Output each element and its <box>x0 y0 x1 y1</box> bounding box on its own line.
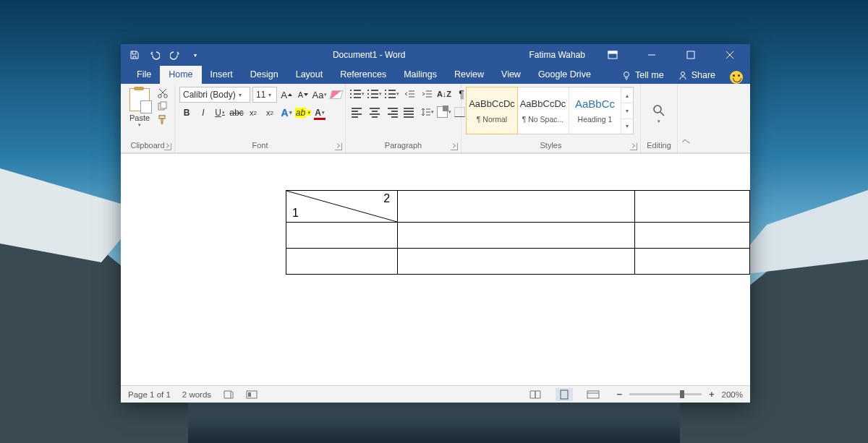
font-launcher-icon[interactable] <box>335 143 342 150</box>
table-cell[interactable] <box>286 223 398 249</box>
sort-button[interactable]: A↓Z <box>437 87 451 101</box>
svg-point-9 <box>681 72 684 75</box>
underline-button[interactable]: U▾ <box>213 106 227 120</box>
svg-rect-1 <box>608 51 617 53</box>
svg-point-11 <box>164 95 168 98</box>
find-icon[interactable] <box>652 104 665 117</box>
share-button[interactable]: Share <box>671 66 723 84</box>
paste-button[interactable]: Paste ▾ <box>125 87 154 128</box>
table-cell[interactable] <box>286 249 398 275</box>
svg-point-10 <box>158 95 162 98</box>
table-cell[interactable] <box>398 191 635 223</box>
styles-gallery-more[interactable]: ▴▾▾ <box>621 87 633 134</box>
change-case-button[interactable]: Aa▾ <box>312 87 327 102</box>
align-center-button[interactable] <box>367 105 382 119</box>
account-name[interactable]: Fatima Wahab <box>529 50 588 60</box>
feedback-smiley-icon[interactable] <box>730 71 743 84</box>
align-left-button[interactable] <box>350 105 365 119</box>
multilevel-list-button[interactable]: ▾ <box>385 87 399 101</box>
cut-icon[interactable] <box>157 88 170 98</box>
svg-point-16 <box>654 106 661 113</box>
style-no-spacing[interactable]: AaBbCcDc ¶ No Spac... <box>517 87 569 134</box>
redo-icon[interactable] <box>170 50 180 60</box>
strikethrough-button[interactable]: abc <box>229 106 244 120</box>
numbering-button[interactable]: ▾ <box>367 87 382 101</box>
highlight-button[interactable]: ab▾ <box>296 106 310 120</box>
copy-icon[interactable] <box>157 101 170 111</box>
line-spacing-button[interactable]: ▾ <box>420 105 434 119</box>
svg-rect-22 <box>587 391 599 398</box>
maximize-button[interactable] <box>676 44 705 66</box>
close-button[interactable] <box>715 44 744 66</box>
bullets-button[interactable]: ▾ <box>350 87 365 101</box>
svg-point-6 <box>624 72 629 77</box>
tab-references[interactable]: References <box>331 66 395 84</box>
document-table[interactable]: 2 1 <box>286 190 750 275</box>
tab-review[interactable]: Review <box>446 66 493 84</box>
grow-font-icon[interactable]: A <box>279 87 294 102</box>
tab-design[interactable]: Design <box>242 66 287 84</box>
style-heading-1[interactable]: AaBbCc Heading 1 <box>569 87 621 134</box>
status-words[interactable]: 2 words <box>182 390 211 399</box>
tell-me-search[interactable]: Tell me <box>615 66 671 84</box>
justify-button[interactable] <box>402 105 417 119</box>
tab-view[interactable]: View <box>493 66 529 84</box>
tab-home[interactable]: Home <box>160 66 201 84</box>
table-cell[interactable] <box>634 223 749 249</box>
align-right-button[interactable] <box>385 105 399 119</box>
shading-button[interactable]: ▾ <box>437 105 451 119</box>
shrink-font-icon[interactable]: A <box>296 87 310 102</box>
italic-button[interactable]: I <box>196 106 210 120</box>
font-color-button[interactable]: A▾ <box>312 106 327 120</box>
undo-icon[interactable] <box>150 50 160 60</box>
clipboard-launcher-icon[interactable] <box>164 143 171 150</box>
table-cell[interactable] <box>398 249 635 275</box>
zoom-in-button[interactable]: + <box>706 389 718 400</box>
clear-formatting-icon[interactable] <box>329 87 344 102</box>
zoom-slider[interactable] <box>629 393 702 395</box>
table-cell-diagonal[interactable]: 2 1 <box>286 191 398 223</box>
bold-button[interactable]: B <box>179 106 194 120</box>
tab-insert[interactable]: Insert <box>202 66 242 84</box>
zoom-level[interactable]: 200% <box>722 390 743 399</box>
ribbon-display-options-icon[interactable] <box>598 44 627 66</box>
zoom-out-button[interactable]: − <box>613 389 625 400</box>
web-layout-icon[interactable] <box>584 388 602 401</box>
macro-icon[interactable] <box>246 390 258 400</box>
zoom-control: − + 200% <box>613 389 743 400</box>
table-cell[interactable] <box>634 249 749 275</box>
decrease-indent-button[interactable] <box>402 87 417 101</box>
table-cell[interactable] <box>398 223 635 249</box>
read-mode-icon[interactable] <box>527 388 544 401</box>
print-layout-icon[interactable] <box>556 388 573 401</box>
font-name-combo[interactable]: Calibri (Body)▾ <box>179 87 250 103</box>
superscript-button[interactable]: x2 <box>263 106 277 120</box>
tab-mailings[interactable]: Mailings <box>395 66 446 84</box>
word-window: ▾ Document1 - Word Fatima Wahab File Hom… <box>121 44 750 403</box>
format-painter-icon[interactable] <box>157 114 169 126</box>
table-cell[interactable] <box>634 191 749 223</box>
svg-rect-3 <box>687 51 694 59</box>
tab-layout[interactable]: Layout <box>287 66 332 84</box>
group-label-paragraph: Paragraph <box>350 141 456 151</box>
save-icon[interactable] <box>129 50 140 60</box>
spellcheck-icon[interactable] <box>223 390 234 400</box>
increase-indent-button[interactable] <box>420 87 434 101</box>
paragraph-launcher-icon[interactable] <box>451 143 458 150</box>
collapse-ribbon-icon[interactable]: ヘ <box>678 84 694 152</box>
ribbon: Paste ▾ Clipboard Calibri (Body)▾ 11▾ A … <box>121 84 750 153</box>
style-normal[interactable]: AaBbCcDc ¶ Normal <box>466 87 518 134</box>
qat-customize-icon[interactable]: ▾ <box>190 50 200 60</box>
window-title: Document1 - Word <box>209 50 529 60</box>
minimize-button[interactable] <box>637 44 666 66</box>
status-page[interactable]: Page 1 of 1 <box>128 390 171 399</box>
document-title: Document1 <box>333 50 377 60</box>
tab-google-drive[interactable]: Google Drive <box>529 66 600 84</box>
document-area[interactable]: 2 1 <box>121 153 750 385</box>
diagonal-label-top: 2 <box>383 192 390 205</box>
font-size-combo[interactable]: 11▾ <box>252 87 277 103</box>
subscript-button[interactable]: x2 <box>246 106 260 120</box>
text-effects-button[interactable]: A▾ <box>279 106 294 120</box>
tab-file[interactable]: File <box>128 66 160 84</box>
styles-launcher-icon[interactable] <box>630 143 637 150</box>
